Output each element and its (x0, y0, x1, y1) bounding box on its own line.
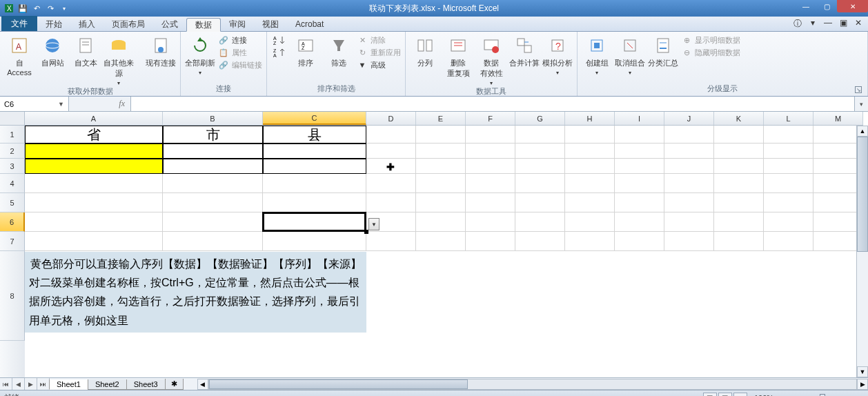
vscroll-thumb[interactable] (857, 137, 868, 252)
from-access-button[interactable]: A自 Access (4, 34, 34, 77)
what-if-button[interactable]: ?模拟分析▾ (542, 34, 573, 76)
horizontal-scrollbar[interactable]: ◀ ▶ (197, 378, 868, 390)
zoom-in-button[interactable]: + (860, 394, 864, 397)
namebox-dropdown-icon[interactable]: ▼ (58, 101, 64, 108)
column-header-F[interactable]: F (466, 112, 515, 125)
cell-B3[interactable] (163, 159, 263, 174)
cell-H7[interactable] (565, 232, 615, 251)
cell-A4[interactable] (25, 174, 163, 193)
cell-C5[interactable] (263, 193, 366, 212)
cell-A6[interactable] (25, 212, 163, 232)
cell-H4[interactable] (565, 174, 615, 193)
cell-C2[interactable] (263, 143, 366, 159)
cell-I2[interactable] (615, 143, 664, 159)
tab-review[interactable]: 审阅 (221, 17, 254, 31)
row-header-6[interactable]: 6 (0, 212, 25, 232)
column-header-M[interactable]: M (813, 112, 863, 125)
tab-nav-last[interactable]: ⏭ (37, 378, 50, 390)
tab-file[interactable]: 文件 (1, 16, 37, 31)
cell-I7[interactable] (615, 232, 664, 251)
cell-L6[interactable] (764, 212, 813, 232)
sheet-tab-sheet3[interactable]: Sheet3 (126, 379, 166, 390)
save-icon[interactable]: 💾 (17, 2, 29, 14)
cell-H5[interactable] (565, 193, 615, 212)
cell-E2[interactable] (416, 143, 466, 159)
cell-H2[interactable] (565, 143, 615, 159)
hscroll-thumb[interactable] (209, 379, 468, 389)
column-header-G[interactable]: G (515, 112, 565, 125)
cell-F4[interactable] (466, 174, 515, 193)
cell-B7[interactable] (163, 232, 263, 251)
cells-grid[interactable]: 省市县 ▼ 黄色部分可以直接输入序列【数据】【数据验证】【序列】【来源】 对二级… (25, 126, 868, 377)
cell-G2[interactable] (515, 143, 565, 159)
sort-asc-button[interactable]: AZZA (271, 34, 288, 58)
cell-E1[interactable] (416, 126, 466, 143)
column-header-A[interactable]: A (25, 112, 163, 125)
tab-view[interactable]: 视图 (254, 17, 287, 31)
cell-B2[interactable] (163, 143, 263, 159)
cell-I5[interactable] (615, 193, 664, 212)
cell-K7[interactable] (714, 232, 764, 251)
cell-E7[interactable] (416, 232, 466, 251)
cell-B1[interactable]: 市 (163, 126, 263, 143)
cell-J7[interactable] (664, 232, 714, 251)
column-header-J[interactable]: J (664, 112, 714, 125)
scroll-left-button[interactable]: ◀ (197, 379, 208, 390)
cell-B4[interactable] (163, 174, 263, 193)
cell-G7[interactable] (515, 232, 565, 251)
cell-E3[interactable] (416, 159, 466, 174)
row-header-4[interactable]: 4 (0, 174, 25, 193)
normal-view-button[interactable]: ▦ (703, 393, 717, 397)
column-header-E[interactable]: E (416, 112, 466, 125)
cell-A7[interactable] (25, 232, 163, 251)
column-header-L[interactable]: L (764, 112, 813, 125)
cell-E6[interactable] (416, 212, 466, 232)
tab-formulas[interactable]: 公式 (153, 17, 186, 31)
row-header-5[interactable]: 5 (0, 193, 25, 212)
tab-home[interactable]: 开始 (37, 17, 70, 31)
cell-D1[interactable] (366, 126, 416, 143)
tab-nav-next[interactable]: ▶ (25, 378, 37, 390)
page-layout-view-button[interactable]: ▤ (718, 393, 732, 397)
new-sheet-button[interactable]: ✱ (165, 379, 184, 390)
cell-E4[interactable] (416, 174, 466, 193)
cell-G4[interactable] (515, 174, 565, 193)
tab-insert[interactable]: 插入 (70, 17, 103, 31)
cell-H6[interactable] (565, 212, 615, 232)
data-validation-button[interactable]: 数据 有效性▾ (476, 34, 506, 86)
fx-icon[interactable]: fx (119, 99, 125, 109)
name-box[interactable]: C6▼ (0, 97, 69, 111)
cell-D7[interactable] (366, 232, 416, 251)
formula-input[interactable] (131, 97, 854, 111)
cell-L4[interactable] (764, 174, 813, 193)
cell-F1[interactable] (466, 126, 515, 143)
maximize-button[interactable]: ▢ (816, 0, 837, 12)
cell-L7[interactable] (764, 232, 813, 251)
cell-B5[interactable] (163, 193, 263, 212)
cell-A5[interactable] (25, 193, 163, 212)
filter-button[interactable]: 筛选 (324, 34, 354, 68)
cell-F2[interactable] (466, 143, 515, 159)
row-header-8[interactable]: 8 (0, 251, 25, 341)
row-header-1[interactable]: 1 (0, 126, 25, 143)
scroll-right-button[interactable]: ▶ (857, 379, 868, 390)
cell-K3[interactable] (714, 159, 764, 174)
cell-C7[interactable] (263, 232, 366, 251)
cell-C6[interactable] (263, 212, 366, 232)
tab-nav-prev[interactable]: ◀ (12, 378, 25, 390)
cell-J6[interactable] (664, 212, 714, 232)
group-button[interactable]: 创建组▾ (582, 34, 612, 76)
cell-K6[interactable] (714, 212, 764, 232)
row-header-7[interactable]: 7 (0, 232, 25, 251)
cell-I1[interactable] (615, 126, 664, 143)
undo-icon[interactable]: ↶ (30, 2, 43, 14)
sort-button[interactable]: AZ排序 (290, 34, 321, 68)
sheet-tab-sheet2[interactable]: Sheet2 (88, 379, 127, 390)
cell-E5[interactable] (416, 193, 466, 212)
vertical-scrollbar[interactable]: ▲ ▼ (856, 126, 868, 377)
cell-K5[interactable] (714, 193, 764, 212)
column-header-K[interactable]: K (714, 112, 764, 125)
cell-D2[interactable] (366, 143, 416, 159)
cell-C3[interactable] (263, 159, 366, 174)
tab-page-layout[interactable]: 页面布局 (103, 17, 153, 31)
